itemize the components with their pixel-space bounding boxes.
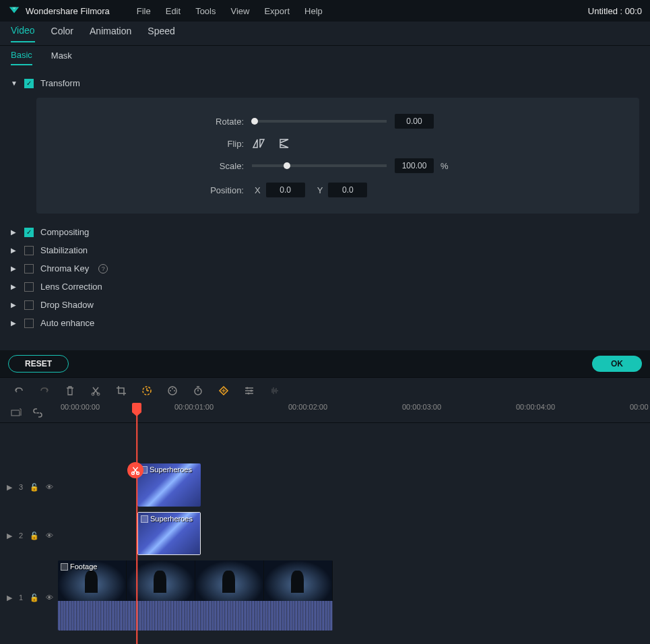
scale-unit: % xyxy=(441,161,449,171)
tab-speed[interactable]: Speed xyxy=(148,26,174,42)
svg-point-4 xyxy=(172,388,173,389)
y-label: Y xyxy=(317,185,323,195)
timeline-toolbar xyxy=(0,377,650,403)
clip-superheroes-2[interactable]: Superheroes xyxy=(137,512,201,555)
svg-point-6 xyxy=(170,390,171,391)
timeline-ruler[interactable]: 00:00:00:00 00:00:01:00 00:00:02:00 00:0… xyxy=(58,403,650,422)
clip-superheroes-3[interactable]: Superheroes xyxy=(137,463,201,507)
sub-tabs: Basic Mask xyxy=(0,46,650,69)
ok-button[interactable]: OK xyxy=(592,356,642,372)
drop-shadow-checkbox[interactable] xyxy=(24,300,34,310)
expand-arrow-icon: ▶ xyxy=(11,301,18,309)
svg-point-9 xyxy=(251,389,253,391)
subtab-basic[interactable]: Basic xyxy=(11,50,32,65)
split-marker-icon[interactable] xyxy=(127,462,143,478)
visibility-icon[interactable]: 👁 xyxy=(46,483,53,491)
link-icon[interactable] xyxy=(32,408,43,418)
expand-arrow-icon: ▼ xyxy=(11,79,18,87)
rotate-label: Rotate: xyxy=(63,117,252,127)
expand-arrow-icon: ▶ xyxy=(11,319,18,327)
compositing-checkbox[interactable]: ✓ xyxy=(24,228,34,237)
lock-icon[interactable]: 🔓 xyxy=(30,593,39,602)
audio-waveform xyxy=(58,601,333,631)
lock-icon[interactable]: 🔓 xyxy=(30,483,39,492)
panel-footer: RESET OK xyxy=(0,350,650,377)
chroma-key-checkbox[interactable] xyxy=(24,264,34,273)
clip-type-icon xyxy=(141,515,148,523)
section-chroma-key[interactable]: ▶ Chroma Key ? xyxy=(11,259,639,278)
reset-button[interactable]: RESET xyxy=(8,355,69,373)
track-header-1: ▶ 1 🔓 👁 xyxy=(0,593,58,602)
clip-type-icon xyxy=(61,563,68,571)
menu-edit[interactable]: Edit xyxy=(166,6,181,16)
menu-file[interactable]: File xyxy=(137,6,151,16)
svg-rect-11 xyxy=(11,410,20,416)
redo-icon[interactable] xyxy=(39,385,50,396)
adjust-icon[interactable] xyxy=(244,385,255,396)
add-track-icon[interactable] xyxy=(11,408,22,418)
scale-slider[interactable] xyxy=(252,164,387,167)
visibility-icon[interactable]: 👁 xyxy=(46,593,53,602)
section-transform[interactable]: ▼ ✓ Transform xyxy=(11,74,639,92)
auto-enhance-checkbox[interactable] xyxy=(24,319,34,328)
visibility-icon[interactable]: 👁 xyxy=(46,532,53,540)
clip-footage[interactable]: Footage xyxy=(58,560,333,631)
expand-arrow-icon: ▶ xyxy=(11,247,18,254)
flip-horizontal-icon[interactable] xyxy=(252,138,265,149)
svg-point-5 xyxy=(174,390,175,391)
tab-animation[interactable]: Animation xyxy=(90,26,131,42)
tracks: ▶ 3 🔓 👁 Superheroes ▶ 2 🔓 👁 xyxy=(0,423,650,635)
tab-color[interactable]: Color xyxy=(51,26,73,42)
keyframe-icon[interactable] xyxy=(218,385,229,396)
transform-label: Transform xyxy=(40,78,80,88)
rotate-input[interactable] xyxy=(395,114,434,129)
flip-vertical-icon[interactable] xyxy=(279,138,292,149)
playhead[interactable] xyxy=(132,403,141,412)
svg-point-8 xyxy=(247,387,249,389)
expand-arrow-icon: ▶ xyxy=(11,265,18,272)
lock-icon[interactable]: 🔓 xyxy=(30,532,39,540)
help-icon[interactable]: ? xyxy=(98,264,108,273)
menu-view[interactable]: View xyxy=(230,6,249,16)
menu-tools[interactable]: Tools xyxy=(195,6,216,16)
track-header-2: ▶ 2 🔓 👁 xyxy=(0,532,58,540)
audio-icon[interactable] xyxy=(269,385,280,396)
section-stabilization[interactable]: ▶ Stabilization xyxy=(11,241,639,259)
undo-icon[interactable] xyxy=(13,385,24,396)
stabilization-checkbox[interactable] xyxy=(24,246,34,255)
lens-correction-checkbox[interactable] xyxy=(24,282,34,292)
section-lens-correction[interactable]: ▶ Lens Correction xyxy=(11,278,639,296)
speed-icon[interactable] xyxy=(141,385,152,396)
svg-point-10 xyxy=(248,392,250,394)
transform-checkbox[interactable]: ✓ xyxy=(24,79,34,88)
track-video-icon: ▶ xyxy=(7,593,12,602)
menu-bar: File Edit Tools View Export Help xyxy=(137,6,588,16)
app-logo-icon xyxy=(8,5,20,17)
transform-panel: Rotate: Flip: Scale: % Position: X Y xyxy=(36,98,639,214)
scale-label: Scale: xyxy=(63,161,252,171)
timer-icon[interactable] xyxy=(193,385,203,396)
section-auto-enhance[interactable]: ▶ Auto enhance xyxy=(11,314,639,332)
scale-input[interactable] xyxy=(395,158,434,173)
position-label: Position: xyxy=(63,185,252,195)
expand-arrow-icon: ▶ xyxy=(11,283,18,290)
main-tabs: Video Color Animation Speed xyxy=(0,22,650,46)
track-video-icon: ▶ xyxy=(7,483,12,492)
titlebar: Wondershare Filmora File Edit Tools View… xyxy=(0,0,650,22)
x-label: X xyxy=(255,185,261,195)
color-icon[interactable] xyxy=(167,385,178,396)
subtab-mask[interactable]: Mask xyxy=(51,51,72,65)
delete-icon[interactable] xyxy=(65,385,75,396)
crop-icon[interactable] xyxy=(116,385,127,396)
tab-video[interactable]: Video xyxy=(11,25,35,42)
section-drop-shadow[interactable]: ▶ Drop Shadow xyxy=(11,296,639,314)
track-header-3: ▶ 3 🔓 👁 xyxy=(0,483,58,492)
menu-export[interactable]: Export xyxy=(264,6,290,16)
section-compositing[interactable]: ▶ ✓ Compositing xyxy=(11,223,639,241)
rotate-slider[interactable] xyxy=(252,120,387,123)
position-x-input[interactable] xyxy=(266,183,305,197)
properties-panel: ▼ ✓ Transform Rotate: Flip: Scale: % Pos… xyxy=(0,69,650,350)
position-y-input[interactable] xyxy=(328,183,367,197)
menu-help[interactable]: Help xyxy=(304,6,323,16)
split-icon[interactable] xyxy=(90,385,101,396)
